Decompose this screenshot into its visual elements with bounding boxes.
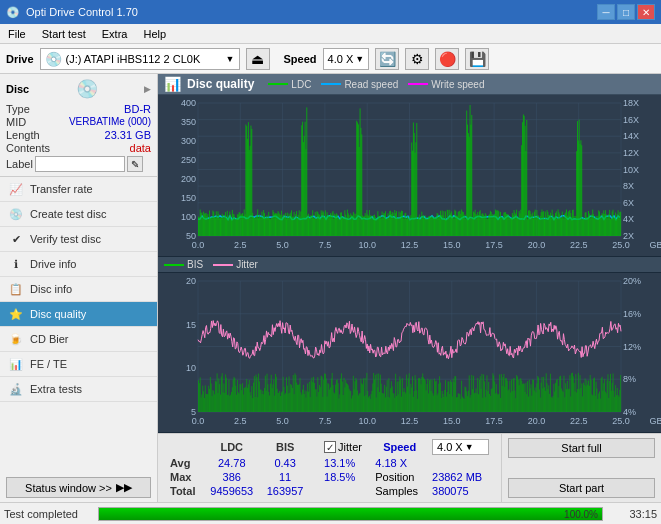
nav-extra-tests-label: Extra tests [30, 383, 82, 395]
nav-cd-bier-label: CD Bier [30, 333, 69, 345]
start-part-button[interactable]: Start part [508, 478, 655, 498]
main-content: 📊 Disc quality LDC Read speed Write spee… [158, 74, 661, 502]
status-bar: Test completed 100.0% 33:15 [0, 502, 661, 524]
nav-create-test-disc-label: Create test disc [30, 208, 106, 220]
contents-value: data [130, 142, 151, 154]
maximize-button[interactable]: □ [617, 4, 635, 20]
legend-jitter-label: Jitter [236, 259, 258, 270]
disc-quality-icon: ⭐ [8, 306, 24, 322]
time-display: 33:15 [607, 508, 657, 520]
legend-write-label: Write speed [431, 79, 484, 90]
max-jitter: 18.5% [320, 470, 371, 484]
samples-label: Samples [371, 484, 428, 498]
legend-top: LDC Read speed Write speed [268, 79, 484, 90]
length-label: Length [6, 129, 40, 141]
nav-disc-info[interactable]: 📋 Disc info [0, 277, 157, 302]
minimize-button[interactable]: ─ [597, 4, 615, 20]
position-label: Position [371, 470, 428, 484]
eject-button[interactable]: ⏏ [246, 48, 270, 70]
drive-toolbar: Drive 💿 (J:) ATAPI iHBS112 2 CL0K ▼ ⏏ Sp… [0, 44, 661, 74]
jitter-checkbox-cell: ✓ Jitter [324, 441, 367, 453]
menu-bar: File Start test Extra Help [0, 24, 661, 44]
progress-percent: 100.0% [564, 508, 598, 519]
top-chart [158, 95, 661, 257]
disc-arrow-icon: ▶ [144, 84, 151, 94]
menu-file[interactable]: File [4, 27, 30, 41]
verify-test-disc-icon: ✔ [8, 231, 24, 247]
label-input[interactable] [35, 156, 125, 172]
type-label: Type [6, 103, 30, 115]
nav-transfer-rate[interactable]: 📈 Transfer rate [0, 177, 157, 202]
menu-start-test[interactable]: Start test [38, 27, 90, 41]
nav-fe-te[interactable]: 📊 FE / TE [0, 352, 157, 377]
fe-te-icon: 📊 [8, 356, 24, 372]
nav-drive-info[interactable]: ℹ Drive info [0, 252, 157, 277]
start-full-button[interactable]: Start full [508, 438, 655, 458]
progress-bar-container: 100.0% [98, 507, 603, 521]
app-title: Opti Drive Control 1.70 [26, 6, 138, 18]
cd-bier-icon: 🍺 [8, 331, 24, 347]
status-window-button[interactable]: Status window >> ▶▶ [6, 477, 151, 498]
stats-left: LDC BIS ✓ Jitter Speed 4.0 X [158, 434, 501, 502]
disc-panel-title: Disc [6, 83, 29, 95]
chevron-down-icon: ▼ [226, 54, 235, 64]
disc-info-panel: Disc 💿 ▶ Type BD-R MID VERBATIMe (000) L… [0, 74, 157, 177]
nav-drive-info-label: Drive info [30, 258, 76, 270]
menu-help[interactable]: Help [139, 27, 170, 41]
nav-transfer-rate-label: Transfer rate [30, 183, 93, 195]
refresh-button[interactable]: 🔄 [375, 48, 399, 70]
nav-cd-bier[interactable]: 🍺 CD Bier [0, 327, 157, 352]
label-edit-button[interactable]: ✎ [127, 156, 143, 172]
drive-select[interactable]: 💿 (J:) ATAPI iHBS112 2 CL0K ▼ [40, 48, 240, 70]
avg-bis: 0.43 [260, 456, 310, 470]
legend-ldc-color [268, 83, 288, 85]
stats-speed-select[interactable]: 4.0 X ▼ [432, 439, 489, 455]
charts-area: BIS Jitter [158, 95, 661, 433]
max-label: Max [166, 470, 203, 484]
chart-header: 📊 Disc quality LDC Read speed Write spee… [158, 74, 661, 95]
speed-select[interactable]: 4.0 X ▼ [323, 48, 370, 70]
drive-value: (J:) ATAPI iHBS112 2 CL0K [66, 53, 222, 65]
nav-extra-tests[interactable]: 🔬 Extra tests [0, 377, 157, 402]
sidebar: Disc 💿 ▶ Type BD-R MID VERBATIMe (000) L… [0, 74, 158, 502]
save-button[interactable]: 💾 [465, 48, 489, 70]
legend-bis-label: BIS [187, 259, 203, 270]
contents-label: Contents [6, 142, 50, 154]
transfer-rate-icon: 📈 [8, 181, 24, 197]
nav-verify-test-disc[interactable]: ✔ Verify test disc [0, 227, 157, 252]
length-value: 23.31 GB [105, 129, 151, 141]
burn-button[interactable]: 🔴 [435, 48, 459, 70]
chevron-down-icon-speed: ▼ [355, 54, 364, 64]
legend-write-color [408, 83, 428, 85]
jitter-checkbox[interactable]: ✓ [324, 441, 336, 453]
stats-bar: LDC BIS ✓ Jitter Speed 4.0 X [158, 433, 661, 502]
stats-speed-val: 4.0 X [437, 441, 463, 453]
nav-create-test-disc[interactable]: 💿 Create test disc [0, 202, 157, 227]
nav-items: 📈 Transfer rate 💿 Create test disc ✔ Ver… [0, 177, 157, 402]
chart-title: Disc quality [187, 77, 254, 91]
mid-label: MID [6, 116, 26, 128]
drive-label: Drive [6, 53, 34, 65]
col-ldc: LDC [203, 438, 260, 456]
settings-button[interactable]: ⚙ [405, 48, 429, 70]
close-button[interactable]: ✕ [637, 4, 655, 20]
type-value: BD-R [124, 103, 151, 115]
nav-fe-te-label: FE / TE [30, 358, 67, 370]
label-label: Label [6, 158, 33, 170]
title-bar: 💿 Opti Drive Control 1.70 ─ □ ✕ [0, 0, 661, 24]
avg-ldc: 24.78 [203, 456, 260, 470]
avg-jitter: 13.1% [320, 456, 371, 470]
menu-extra[interactable]: Extra [98, 27, 132, 41]
status-arrow-icon: ▶▶ [116, 481, 132, 494]
extra-tests-icon: 🔬 [8, 381, 24, 397]
progress-fill [99, 508, 602, 520]
mid-value: VERBATIMe (000) [69, 116, 151, 128]
legend-read-label: Read speed [344, 79, 398, 90]
disc-panel-icon: 💿 [76, 78, 98, 100]
col-speed: Speed [371, 438, 428, 456]
app-icon: 💿 [6, 6, 20, 19]
create-test-disc-icon: 💿 [8, 206, 24, 222]
total-label: Total [166, 484, 203, 498]
col-bis: BIS [260, 438, 310, 456]
nav-disc-quality[interactable]: ⭐ Disc quality [0, 302, 157, 327]
